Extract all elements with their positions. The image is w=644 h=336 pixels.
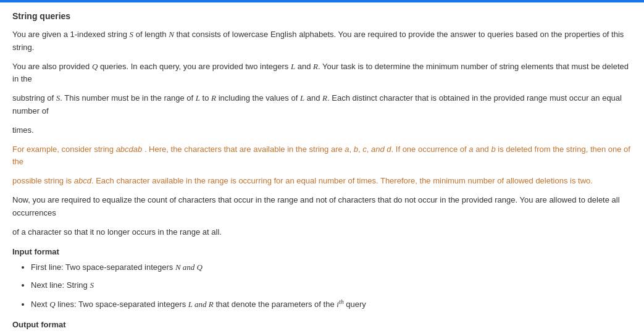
- output-format-label: Output format: [12, 320, 632, 329]
- page-title: String queries: [12, 11, 632, 21]
- math-q: Q: [92, 62, 98, 71]
- math-s3: S: [90, 280, 94, 290]
- paragraph-4: Now, you are required to equalize the co…: [12, 194, 632, 220]
- math-r3: R: [322, 93, 327, 103]
- math-n: N: [169, 30, 174, 39]
- math-ith: ith: [337, 300, 343, 309]
- bullet-item-3: Next Q lines: Two space-separated intege…: [31, 297, 632, 311]
- math-b-char: b: [354, 145, 358, 154]
- math-l-and-r: L and R: [188, 300, 214, 309]
- math-l: L: [291, 62, 295, 71]
- math-c-char: c: [362, 145, 367, 154]
- math-r2: R: [211, 93, 216, 103]
- math-q2: Q: [49, 300, 55, 309]
- paragraph-1: You are given a 1-indexed string S of le…: [12, 28, 632, 54]
- math-s2: S: [56, 93, 61, 103]
- math-and: and: [371, 145, 385, 154]
- math-n-and-q: N and Q: [175, 262, 203, 272]
- math-l3: L: [300, 93, 304, 103]
- paragraph-3b: possible string is abcd. Each character …: [12, 175, 632, 188]
- math-r: R: [313, 62, 318, 71]
- bullet-item-2: Next line: String S: [31, 279, 632, 292]
- input-bullet-list: First line: Two space-separated integers…: [12, 261, 632, 311]
- content-area: String queries You are given a 1-indexed…: [0, 2, 644, 336]
- math-abcd: abcd: [74, 176, 91, 185]
- paragraph-4b: of a character so that it no longer occu…: [12, 226, 632, 239]
- math-l2: L: [196, 93, 200, 103]
- math-b2: b: [491, 145, 495, 154]
- paragraph-3: For example, consider string abcdab . He…: [12, 143, 632, 169]
- math-a2: a: [469, 145, 473, 154]
- math-abcdab: abcdab: [116, 145, 143, 154]
- bullet-item-1: First line: Two space-separated integers…: [31, 261, 632, 274]
- paragraph-2c: times.: [12, 124, 632, 137]
- paragraph-2: You are also provided Q queries. In each…: [12, 61, 632, 86]
- math-d-char: d: [387, 145, 391, 154]
- math-chars: a: [345, 145, 349, 154]
- math-s: S: [130, 30, 134, 39]
- paragraph-2b: substring of S. This number must be in t…: [12, 92, 632, 118]
- input-format-label: Input format: [12, 247, 632, 256]
